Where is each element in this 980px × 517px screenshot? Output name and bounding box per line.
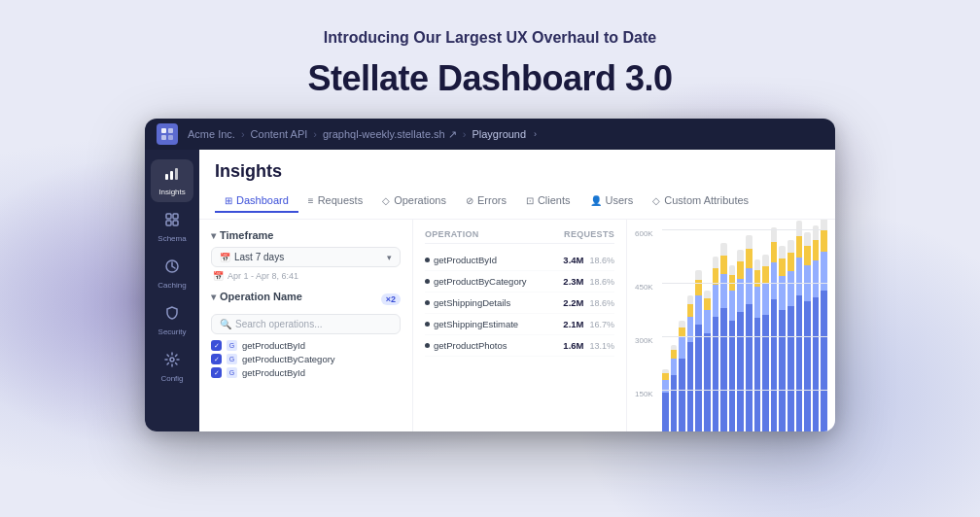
bar-group: [796, 221, 803, 431]
content-wrapper: Introducing Our Largest UX Overhaul to D…: [0, 0, 980, 431]
timeframe-arrow: ▾: [211, 230, 216, 241]
row-name: getShippingDetails: [425, 297, 510, 308]
operations-tab-icon: ◇: [382, 195, 390, 206]
bar-group: [662, 369, 669, 431]
requests-tab-icon: ≡: [308, 195, 314, 206]
bar-group: [713, 257, 719, 431]
bar-group: [804, 232, 811, 431]
table-row[interactable]: getProductById 3.4M 18.6%: [425, 250, 614, 271]
bar-group: [720, 243, 727, 431]
op-name-2: getProductByCategory: [242, 354, 335, 364]
row-pct: 18.6%: [589, 298, 614, 308]
cal-icon-small: 📅: [213, 271, 224, 281]
timeframe-dropdown[interactable]: 📅 Last 7 days ▾: [211, 247, 401, 267]
operation-arrow: ▾: [211, 292, 216, 302]
svg-rect-9: [166, 221, 171, 225]
table-row[interactable]: getShippingEstimate 2.1M 16.7%: [425, 314, 614, 335]
breadcrumb-content-api[interactable]: Content API: [251, 128, 308, 140]
sidebar-item-security[interactable]: Security: [151, 299, 193, 342]
bar-group: [779, 246, 786, 431]
list-item[interactable]: ✓ G getProductById: [211, 367, 401, 378]
sidebar-item-caching[interactable]: Caching: [151, 253, 193, 295]
op-type-icon-2: G: [227, 354, 237, 364]
breadcrumb-arrow: ›: [534, 129, 537, 139]
tab-dashboard[interactable]: ⊞ Dashboard: [215, 190, 298, 213]
row-stats: 2.1M 16.7%: [563, 319, 614, 329]
svg-rect-10: [173, 221, 178, 225]
tab-requests[interactable]: ≡ Requests: [298, 190, 372, 213]
bar-group: [746, 235, 752, 431]
dashboard-tab-icon: ⊞: [225, 195, 232, 206]
timeframe-section-title: ▾ Timeframe: [211, 229, 401, 241]
bar-group: [737, 250, 744, 431]
insights-icon: [164, 165, 180, 185]
tab-users[interactable]: 👤 Users: [580, 190, 644, 213]
row-dot: [425, 258, 430, 262]
operation-header: ▾ Operation Name ×2: [211, 291, 401, 308]
schema-icon: [164, 212, 180, 231]
tab-custom-attributes[interactable]: ◇ Custom Attributes: [643, 190, 758, 213]
tab-clients[interactable]: ⊡ Clients: [516, 190, 580, 213]
row-count: 2.1M: [563, 319, 583, 329]
breadcrumb-playground[interactable]: Playground: [472, 128, 526, 140]
caching-icon: [164, 258, 180, 278]
errors-tab-label: Errors: [477, 194, 507, 206]
table-rows: getProductById 3.4M 18.6% getProductByCa…: [425, 250, 614, 357]
sidebar-item-insights[interactable]: Insights: [151, 159, 193, 202]
date-range-value: Apr 1 - Apr 8, 6:41: [228, 271, 298, 281]
row-name: getShippingEstimate: [425, 319, 518, 329]
search-placeholder: Search operations...: [235, 319, 323, 329]
list-item[interactable]: ✓ G getProductByCategory: [211, 354, 401, 364]
op-name-1: getProductById: [242, 340, 305, 351]
col-operation: Operation: [425, 229, 479, 239]
row-dot: [425, 300, 430, 305]
search-box[interactable]: 🔍 Search operations...: [211, 314, 401, 334]
table-row[interactable]: getShippingDetails 2.2M 18.6%: [425, 293, 614, 314]
row-dot: [425, 343, 430, 348]
sidebar-item-schema[interactable]: Schema: [151, 206, 193, 249]
operation-badge: ×2: [381, 293, 401, 305]
op-checkbox-1[interactable]: ✓: [211, 340, 222, 351]
row-name: getProductById: [425, 255, 497, 265]
op-checkbox-3[interactable]: ✓: [211, 367, 222, 378]
dashboard-tab-label: Dashboard: [236, 194, 289, 206]
timeframe-label: Timeframe: [220, 229, 273, 241]
y-label-150k: 150K: [635, 390, 653, 398]
op-name-3: getProductById: [242, 367, 305, 378]
row-name: getProductByCategory: [425, 276, 527, 287]
bar-group: [729, 265, 736, 431]
op-checkbox-2[interactable]: ✓: [211, 354, 222, 364]
table-row[interactable]: getProductPhotos 1.6M 13.1%: [425, 335, 614, 357]
chart-y-labels: 600K 450K 300K 150K: [635, 229, 827, 431]
sidebar-schema-label: Schema: [158, 234, 186, 243]
tab-bar: ⊞ Dashboard ≡ Requests ◇ Operations ⊘: [215, 190, 820, 213]
breadcrumb: Acme Inc. › Content API › graphql-weekly…: [188, 128, 537, 141]
breadcrumb-acme[interactable]: Acme Inc.: [188, 128, 235, 140]
svg-rect-7: [166, 214, 171, 219]
bar-group: [754, 259, 761, 431]
chevron-down-icon: ▾: [387, 253, 392, 262]
svg-rect-5: [170, 171, 173, 180]
tab-operations[interactable]: ◇ Operations: [372, 190, 456, 213]
svg-rect-6: [175, 168, 178, 180]
row-stats: 2.2M 18.6%: [563, 297, 614, 308]
inner-content: ▾ Timeframe 📅 Last 7 days ▾ 📅 Apr 1 - Ap…: [199, 220, 835, 431]
op-type-icon-1: G: [227, 340, 237, 351]
table-header: Operation Requests: [425, 229, 614, 244]
svg-rect-4: [165, 174, 168, 180]
row-dot: [425, 279, 430, 284]
table-row[interactable]: getProductByCategory 2.3M 18.6%: [425, 271, 614, 293]
custom-tab-icon: ◇: [652, 195, 660, 206]
list-item[interactable]: ✓ G getProductById: [211, 340, 401, 351]
sidebar-item-config[interactable]: Config: [151, 346, 193, 389]
page-title: Insights: [215, 161, 820, 182]
sidebar-caching-label: Caching: [158, 281, 186, 290]
col-requests: Requests: [564, 229, 614, 239]
row-pct: 18.6%: [589, 277, 614, 287]
hero-title: Stellate Dashboard 3.0: [307, 58, 672, 99]
breadcrumb-graphql[interactable]: graphql-weekly.stellate.sh ↗: [323, 128, 457, 141]
clients-tab-icon: ⊡: [526, 195, 534, 206]
hero-subtitle: Introducing Our Largest UX Overhaul to D…: [324, 27, 656, 49]
errors-tab-icon: ⊘: [466, 195, 473, 206]
tab-errors[interactable]: ⊘ Errors: [456, 190, 516, 213]
